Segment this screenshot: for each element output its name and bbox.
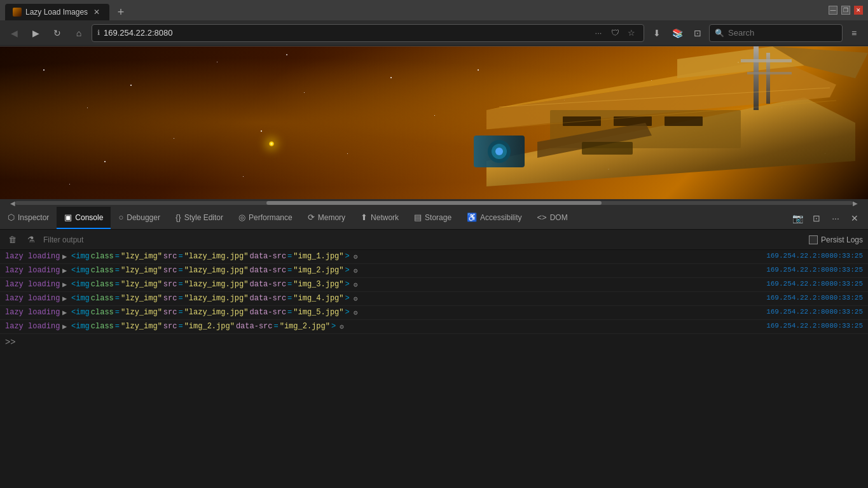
svg-rect-11 xyxy=(741,59,792,62)
devtools-more-button[interactable]: ··· xyxy=(827,210,844,227)
address-bar-container: ℹ ··· 🛡 ☆ xyxy=(92,24,644,42)
more-options-button[interactable]: ··· xyxy=(591,26,605,40)
nav-right-buttons: ⬇ 📚 ⊡ 🔍 ≡ xyxy=(648,24,863,42)
memory-icon: ⟳ xyxy=(308,213,315,222)
expand-button[interactable]: ▶ xyxy=(62,308,71,317)
hamburger-menu-button[interactable]: ≡ xyxy=(845,24,863,42)
svg-rect-12 xyxy=(747,72,792,74)
search-icon: 🔍 xyxy=(715,29,724,38)
log-settings-icon[interactable]: ⚙ xyxy=(354,309,358,317)
console-output[interactable]: lazy loading ▶ <img class="lzy_img" src=… xyxy=(0,250,868,488)
active-tab[interactable]: Lazy Load Images ✕ xyxy=(5,4,109,20)
dom-label: DOM xyxy=(550,213,568,222)
tab-memory[interactable]: ⟳ Memory xyxy=(300,207,353,229)
scrollbar-track[interactable] xyxy=(15,201,853,205)
refresh-button[interactable]: ↻ xyxy=(48,24,66,42)
bookmark-button[interactable]: ☆ xyxy=(624,26,638,40)
devtools-close-button[interactable]: ✕ xyxy=(846,210,863,227)
maximize-button[interactable]: ❐ xyxy=(841,6,850,15)
browser-content xyxy=(0,46,868,199)
log-content: <img class="lzy_img" src="lazy_img.jpg" … xyxy=(71,294,760,303)
tab-style-editor[interactable]: {} Style Editor xyxy=(168,207,231,229)
log-timestamp: 169.254.22.2:8080:33:25 xyxy=(760,322,863,330)
style-editor-icon: {} xyxy=(176,213,181,222)
console-toolbar: 🗑 ⚗ Persist Logs xyxy=(0,230,868,250)
accessibility-icon: ♿ xyxy=(467,213,477,222)
tab-inspector[interactable]: ⬡ Inspector xyxy=(0,207,57,229)
download-button[interactable]: ⬇ xyxy=(648,24,666,42)
expand-button[interactable]: ▶ xyxy=(62,266,71,275)
close-button[interactable]: ✕ xyxy=(854,6,863,15)
browser-chrome: Lazy Load Images ✕ + — ❐ ✕ ◀ ▶ ↻ ⌂ ℹ ···… xyxy=(0,0,868,46)
tab-title: Lazy Load Images xyxy=(25,8,88,17)
library-button[interactable]: 📚 xyxy=(668,24,686,42)
persist-logs-label: Persist Logs xyxy=(821,235,863,244)
forward-button[interactable]: ▶ xyxy=(27,24,45,42)
back-button[interactable]: ◀ xyxy=(5,24,23,42)
log-timestamp: 169.254.22.2:8080:33:25 xyxy=(760,252,863,260)
log-content: <img class="lzy_img" src="lazy_img.jpg" … xyxy=(71,252,760,261)
tab-dom[interactable]: <> DOM xyxy=(529,207,575,229)
address-bar-actions: ··· 🛡 ☆ xyxy=(591,26,638,40)
persist-logs-container: Persist Logs xyxy=(809,235,863,244)
title-bar: Lazy Load Images ✕ + — ❐ ✕ xyxy=(0,0,868,20)
scroll-left-arrow[interactable]: ◀ xyxy=(10,200,15,207)
scroll-right-arrow[interactable]: ▶ xyxy=(853,200,858,207)
shield-button[interactable]: 🛡 xyxy=(608,26,622,40)
synced-tabs-button[interactable]: ⊡ xyxy=(689,24,706,42)
memory-label: Memory xyxy=(318,213,345,222)
tab-network[interactable]: ⬆ Network xyxy=(353,207,406,229)
tab-storage[interactable]: ▤ Storage xyxy=(406,207,459,229)
scrollbar-thumb[interactable] xyxy=(266,201,602,205)
console-prompt: >> xyxy=(5,337,15,347)
log-settings-icon[interactable]: ⚙ xyxy=(354,253,358,261)
tab-accessibility[interactable]: ♿ Accessibility xyxy=(459,207,529,229)
log-settings-icon[interactable]: ⚙ xyxy=(354,267,358,275)
search-bar-container: 🔍 xyxy=(709,24,843,42)
clear-console-button[interactable]: 🗑 xyxy=(5,233,19,247)
performance-label: Performance xyxy=(249,213,293,222)
expand-button[interactable]: ▶ xyxy=(62,322,71,331)
horizontal-scrollbar[interactable]: ◀ ▶ xyxy=(0,199,868,207)
screenshot-button[interactable]: 📷 xyxy=(789,210,806,227)
tab-performance[interactable]: ◎ Performance xyxy=(231,207,300,229)
storage-icon: ▤ xyxy=(414,213,422,222)
expand-button[interactable]: ▶ xyxy=(62,252,71,261)
console-icon: ▣ xyxy=(64,213,72,222)
log-timestamp: 169.254.22.2:8080:33:25 xyxy=(760,308,863,316)
inspector-icon: ⬡ xyxy=(8,213,15,222)
svg-rect-18 xyxy=(582,142,633,155)
accessibility-label: Accessibility xyxy=(480,213,521,222)
search-input[interactable] xyxy=(728,28,837,38)
tab-console[interactable]: ▣ Console xyxy=(57,207,111,229)
log-settings-icon[interactable]: ⚙ xyxy=(354,295,358,303)
minimize-button[interactable]: — xyxy=(829,6,837,15)
filter-input[interactable] xyxy=(43,235,804,244)
log-timestamp: 169.254.22.2:8080:33:25 xyxy=(760,280,863,288)
expand-button[interactable]: ▶ xyxy=(62,280,71,289)
expand-button[interactable]: ▶ xyxy=(62,294,71,303)
log-settings-icon[interactable]: ⚙ xyxy=(354,281,358,289)
address-bar[interactable] xyxy=(104,28,588,38)
responsive-button[interactable]: ⊡ xyxy=(808,210,825,227)
log-row: lazy loading ▶ <img class="lzy_img" src=… xyxy=(0,320,868,334)
log-row: lazy loading ▶ <img class="lzy_img" src=… xyxy=(0,250,868,264)
log-label: lazy loading xyxy=(5,308,62,317)
log-timestamp: 169.254.22.2:8080:33:25 xyxy=(760,266,863,274)
log-row: lazy loading ▶ <img class="lzy_img" src=… xyxy=(0,264,868,278)
log-settings-icon[interactable]: ⚙ xyxy=(340,323,344,331)
log-row: lazy loading ▶ <img class="lzy_img" src=… xyxy=(0,278,868,292)
devtools-right-buttons: 📷 ⊡ ··· ✕ xyxy=(789,210,868,227)
tab-close-button[interactable]: ✕ xyxy=(92,7,102,17)
log-label: lazy loading xyxy=(5,280,62,289)
new-tab-button[interactable]: + xyxy=(112,4,130,20)
network-label: Network xyxy=(371,213,399,222)
window-controls: — ❐ ✕ xyxy=(829,6,863,15)
performance-icon: ◎ xyxy=(238,213,245,222)
navigation-bar: ◀ ▶ ↻ ⌂ ℹ ··· 🛡 ☆ ⬇ 📚 ⊡ 🔍 ≡ xyxy=(0,20,868,46)
svg-point-16 xyxy=(495,148,503,155)
home-button[interactable]: ⌂ xyxy=(70,24,88,42)
filter-button[interactable]: ⚗ xyxy=(24,233,38,247)
persist-logs-checkbox[interactable] xyxy=(809,235,818,244)
tab-debugger[interactable]: ○ Debugger xyxy=(111,207,168,229)
